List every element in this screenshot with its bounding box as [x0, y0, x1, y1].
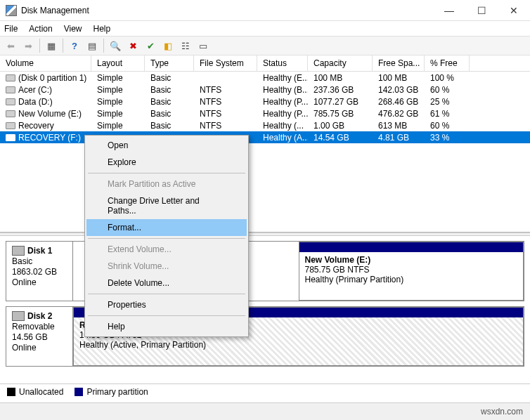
window-title: Disk Management	[21, 6, 433, 15]
disk-type: Removable	[12, 322, 67, 332]
back-icon: ⬅	[3, 38, 18, 53]
legend-primary-swatch	[75, 388, 83, 396]
minimize-button[interactable]: —	[433, 0, 465, 21]
menubar: File Action View Help	[0, 21, 530, 36]
delete-icon[interactable]: ✖	[125, 38, 141, 53]
menu-action[interactable]: Action	[29, 24, 52, 34]
ctx-delete[interactable]: Delete Volume...	[86, 275, 247, 291]
disk-state: Online	[12, 343, 67, 353]
disk-state: Online	[12, 277, 67, 287]
check-icon[interactable]: ✔	[143, 38, 158, 53]
col-free[interactable]: Free Spa...	[373, 55, 425, 71]
volume-list-header: Volume Layout Type File System Status Ca…	[0, 55, 530, 72]
legend: Unallocated Primary partition	[0, 383, 530, 399]
col-layout[interactable]: Layout	[91, 55, 145, 71]
ctx-open[interactable]: Open	[86, 137, 247, 154]
disk-size: 1863.02 GB	[12, 267, 67, 277]
disk-block-2: Disk 2 Removable 14.56 GB Online RECOVER…	[6, 306, 524, 367]
ctx-extend: Extend Volume...	[86, 241, 247, 258]
menu-view[interactable]: View	[64, 24, 82, 34]
status-text: wsxdn.com	[481, 407, 523, 416]
volume-row[interactable]: New Volume (E:)SimpleBasicNTFSHealthy (P…	[0, 107, 530, 119]
col-type[interactable]: Type	[145, 55, 194, 71]
col-status[interactable]: Status	[257, 55, 308, 71]
volume-row[interactable]: RECOVERY (F:)Healthy (A...14.54 GB4.81 G…	[0, 131, 530, 143]
context-menu: Open Explore Mark Partition as Active Ch…	[84, 135, 249, 337]
volume-row[interactable]: (Disk 0 partition 1)SimpleBasicHealthy (…	[0, 72, 530, 84]
new-icon[interactable]: ◧	[160, 38, 176, 53]
list-icon[interactable]: ▭	[195, 38, 211, 53]
volume-list: Volume Layout Type File System Status Ca…	[0, 55, 530, 232]
maximize-button[interactable]: ☐	[465, 0, 498, 21]
partition-new-volume[interactable]: New Volume (E:) 785.75 GB NTFS Healthy (…	[299, 242, 524, 301]
legend-unallocated-swatch	[7, 388, 15, 396]
volume-row[interactable]: Data (D:)SimpleBasicNTFSHealthy (P...107…	[0, 96, 530, 107]
menu-help[interactable]: Help	[93, 24, 111, 34]
ctx-help[interactable]: Help	[86, 318, 247, 335]
forward-icon: ➡	[20, 38, 36, 53]
legend-primary: Primary partition	[86, 387, 148, 397]
legend-unallocated: Unallocated	[19, 387, 63, 397]
titlebar: Disk Management — ☐ ✕	[0, 0, 530, 21]
ctx-shrink: Shrink Volume...	[86, 258, 247, 275]
help-icon[interactable]: ?	[67, 38, 82, 53]
volume-row[interactable]: RecoverySimpleBasicNTFSHealthy (...1.00 …	[0, 119, 530, 131]
scan-icon[interactable]: 🔍	[108, 38, 123, 53]
close-button[interactable]: ✕	[498, 0, 530, 21]
properties-icon[interactable]: ☷	[178, 38, 193, 53]
app-icon	[6, 5, 17, 16]
ctx-explore[interactable]: Explore	[86, 154, 247, 171]
ctx-properties[interactable]: Properties	[86, 296, 247, 313]
disk-block-1: Disk 1 Basic 1863.02 GB Online New Volum…	[6, 241, 524, 301]
disk-panel: Disk 1 Basic 1863.02 GB Online New Volum…	[0, 241, 530, 367]
disk-info: Disk 2 Removable 14.56 GB Online	[6, 307, 73, 366]
disk-name: Disk 2	[12, 311, 67, 321]
col-capacity[interactable]: Capacity	[308, 55, 373, 71]
disk-size: 14.56 GB	[12, 332, 67, 342]
partition-status: Healthy (Primary Partition)	[305, 275, 518, 284]
volume-row[interactable]: Acer (C:)SimpleBasicNTFSHealthy (B...237…	[0, 84, 530, 96]
partition-name: New Volume (E:)	[305, 255, 518, 265]
disk-name: Disk 1	[12, 246, 67, 256]
settings-icon[interactable]: ▤	[84, 38, 100, 53]
col-volume[interactable]: Volume	[0, 55, 91, 71]
ctx-change-letter[interactable]: Change Drive Letter and Paths...	[86, 192, 247, 219]
partition-status: Healthy (Active, Primary Partition)	[79, 340, 517, 350]
view-icon[interactable]: ▦	[44, 38, 59, 53]
partition-info: 785.75 GB NTFS	[305, 265, 518, 275]
ctx-mark-active: Mark Partition as Active	[86, 176, 247, 192]
toolbar: ⬅ ➡ ▦ ? ▤ 🔍 ✖ ✔ ◧ ☷ ▭	[0, 36, 530, 55]
disk-info: Disk 1 Basic 1863.02 GB Online	[6, 242, 73, 301]
status-bar: wsxdn.com	[0, 402, 530, 420]
ctx-format[interactable]: Format...	[86, 219, 247, 236]
col-filesystem[interactable]: File System	[194, 55, 257, 71]
col-pfree[interactable]: % Free	[425, 55, 470, 71]
splitter[interactable]	[0, 232, 530, 236]
disk-type: Basic	[12, 256, 67, 266]
menu-file[interactable]: File	[4, 24, 18, 34]
